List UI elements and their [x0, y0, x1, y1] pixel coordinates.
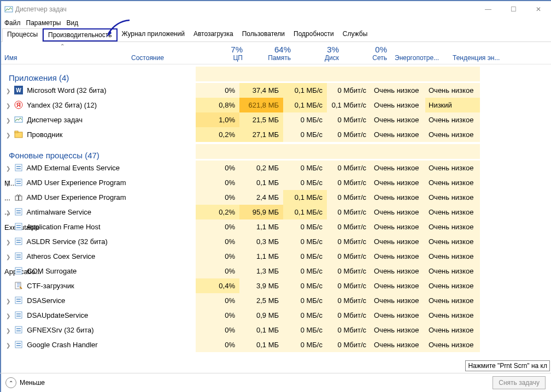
- tab-app-history[interactable]: Журнал приложений: [118, 28, 189, 41]
- disk-value: 0 МБ/с: [283, 112, 327, 127]
- power-value: Очень низкое: [371, 278, 425, 293]
- col-header-memory[interactable]: 64% Память: [247, 45, 295, 64]
- fewer-details-link[interactable]: Меньше: [20, 379, 45, 387]
- tab-details[interactable]: Подробности: [289, 28, 338, 41]
- svg-text:Я: Я: [16, 102, 21, 108]
- process-icon: [14, 236, 23, 245]
- table-row[interactable]: ❯ W Microsoft Word (32 бита) 0% 37,4 МБ …: [1, 83, 551, 98]
- disk-value: 0 МБ/с: [283, 337, 327, 352]
- col-header-trend[interactable]: Тенденция эн...: [449, 54, 507, 64]
- tab-services[interactable]: Службы: [338, 28, 372, 41]
- maximize-button[interactable]: ☐: [501, 1, 526, 17]
- svg-rect-28: [16, 257, 21, 258]
- table-row[interactable]: ❯ Диспетчер задач 1,0% 21,5 МБ 0 МБ/с 0 …: [1, 112, 551, 127]
- process-icon: [14, 280, 23, 289]
- expand-icon[interactable]: ❯: [4, 250, 12, 264]
- network-value: 0,1 Мбит/с: [327, 98, 371, 112]
- cpu-value: 0%: [196, 308, 239, 323]
- expand-icon[interactable]: ❯: [4, 235, 12, 250]
- process-name: COM Surrogate: [27, 267, 77, 275]
- col-header-power[interactable]: Энергопотре...: [391, 54, 449, 64]
- table-row[interactable]: ❯ DSAService 0% 2,5 МБ 0 МБ/с 0 Мбит/с О…: [1, 293, 551, 308]
- table-row[interactable]: ❯ Atheros Coex Service Applicatio... 0% …: [1, 249, 551, 264]
- svg-text:W: W: [16, 87, 21, 93]
- svg-rect-26: [15, 253, 22, 259]
- expand-icon[interactable]: ❯: [4, 338, 12, 353]
- memory-value: 0,1 МБ: [239, 175, 283, 190]
- table-row[interactable]: Application Frame Host 0% 1,1 МБ 0 МБ/с …: [1, 219, 551, 234]
- memory-value: 0,3 МБ: [239, 234, 283, 249]
- svg-rect-25: [16, 242, 21, 243]
- process-name: Диспетчер задач: [27, 116, 83, 124]
- process-name: Application Frame Host: [27, 223, 101, 231]
- tab-performance[interactable]: Производительность: [43, 28, 117, 41]
- table-row[interactable]: ❯ Я Yandex (32 бита) (12) 0,8% 621,8 МБ …: [1, 98, 551, 112]
- group-header: Фоновые процессы (47): [1, 142, 551, 161]
- expand-icon[interactable]: ❯: [4, 294, 12, 308]
- minimize-button[interactable]: —: [476, 1, 501, 17]
- table-row[interactable]: ❯ ASLDR Service (32 бита) 0% 0,3 МБ 0 МБ…: [1, 234, 551, 249]
- cpu-value: 0%: [196, 323, 239, 337]
- window-title: Диспетчер задач: [15, 5, 67, 13]
- power-value: Очень низкое: [371, 264, 425, 278]
- process-icon: [14, 114, 23, 123]
- network-value: 0 Мбит/с: [327, 112, 371, 127]
- expand-icon[interactable]: ❯: [4, 308, 12, 323]
- network-value: 0 Мбит/с: [327, 249, 371, 264]
- table-row[interactable]: ❯ DSAUpdateService 0% 0,9 МБ 0 МБ/с 0 Мб…: [1, 308, 551, 323]
- table-row[interactable]: CTF-загрузчик 0,4% 3,9 МБ 0 МБ/с 0 Мбит/…: [1, 278, 551, 293]
- power-value: Очень низкое: [371, 219, 425, 234]
- menu-options[interactable]: Параметры: [26, 19, 61, 27]
- svg-rect-40: [16, 328, 21, 329]
- col-header-name[interactable]: Имя: [1, 54, 131, 64]
- col-header-disk[interactable]: 3% Диск: [295, 45, 343, 64]
- table-row[interactable]: COM Surrogate 0% 1,3 МБ 0 МБ/с 0 Мбит/с …: [1, 264, 551, 278]
- col-header-network[interactable]: 0% Сеть: [343, 45, 391, 64]
- network-value: 0 Мбит/с: [327, 205, 371, 219]
- cpu-value: 0,4%: [196, 278, 239, 293]
- network-value: 0 Мбит/с: [327, 83, 371, 98]
- process-name: Проводник: [27, 130, 62, 139]
- expand-icon[interactable]: ❯: [4, 84, 12, 98]
- power-trend-value: Очень низкое: [425, 219, 480, 234]
- expand-icon[interactable]: ❯: [4, 205, 12, 220]
- tab-processes[interactable]: Процессы: [2, 28, 43, 42]
- network-value: 0 Мбит/с: [327, 337, 371, 352]
- cpu-value: 0%: [196, 337, 239, 352]
- svg-rect-12: [15, 179, 22, 186]
- col-header-state[interactable]: Состояние: [131, 54, 199, 64]
- table-header[interactable]: ⌃ Имя Состояние 7% ЦП 64% Память 3% Диск…: [1, 42, 551, 64]
- end-task-button[interactable]: Снять задачу: [493, 376, 546, 389]
- cpu-value: 0%: [196, 234, 239, 249]
- process-list[interactable]: Приложения (4) ❯ W Microsoft Word (32 би…: [1, 64, 551, 369]
- menu-file[interactable]: Файл: [4, 19, 21, 27]
- svg-rect-24: [16, 240, 21, 241]
- expand-icon[interactable]: ❯: [4, 176, 12, 191]
- tab-users[interactable]: Пользователи: [238, 28, 289, 41]
- expand-icon[interactable]: ❯: [4, 323, 12, 338]
- network-value: 0 Мбит/с: [327, 219, 371, 234]
- sort-arrow-icon: ⌃: [60, 43, 65, 49]
- close-button[interactable]: ✕: [526, 1, 551, 17]
- process-icon: [14, 129, 23, 138]
- table-row[interactable]: ❯ Google Crash Handler 0% 0,1 МБ 0 МБ/с …: [1, 337, 551, 352]
- table-row[interactable]: ❯ GFNEXSrv (32 бита) 0% 0,1 МБ 0 МБ/с 0 …: [1, 323, 551, 337]
- menu-view[interactable]: Вид: [66, 19, 78, 27]
- col-header-cpu[interactable]: 7% ЦП: [199, 45, 247, 64]
- expand-icon[interactable]: ❯: [4, 128, 12, 142]
- expand-icon[interactable]: ❯: [4, 113, 12, 128]
- table-row[interactable]: AMD User Experience Program ... 0% 2,4 М…: [1, 190, 551, 205]
- expand-icon[interactable]: ❯: [4, 161, 12, 176]
- table-row[interactable]: ❯ AMD External Events Service M... 0% 0,…: [1, 161, 551, 175]
- tab-startup[interactable]: Автозагрузка: [189, 28, 238, 41]
- collapse-icon[interactable]: ⌃: [5, 377, 16, 388]
- power-trend-value: Низкий: [425, 98, 480, 112]
- table-row[interactable]: ❯ AMD User Experience Program ... 0% 0,1…: [1, 175, 551, 190]
- network-value: 0 Мбит/с: [327, 293, 371, 308]
- table-row[interactable]: ❯ Antimalware Service Executable 0,2% 95…: [1, 205, 551, 219]
- table-row[interactable]: ❯ Проводник 0,2% 27,1 МБ 0 МБ/с 0 Мбит/с…: [1, 127, 551, 142]
- network-value: 0 Мбит/с: [327, 161, 371, 175]
- expand-icon[interactable]: ❯: [4, 98, 12, 113]
- process-icon: [14, 251, 23, 259]
- power-trend-value: Очень низкое: [425, 83, 480, 98]
